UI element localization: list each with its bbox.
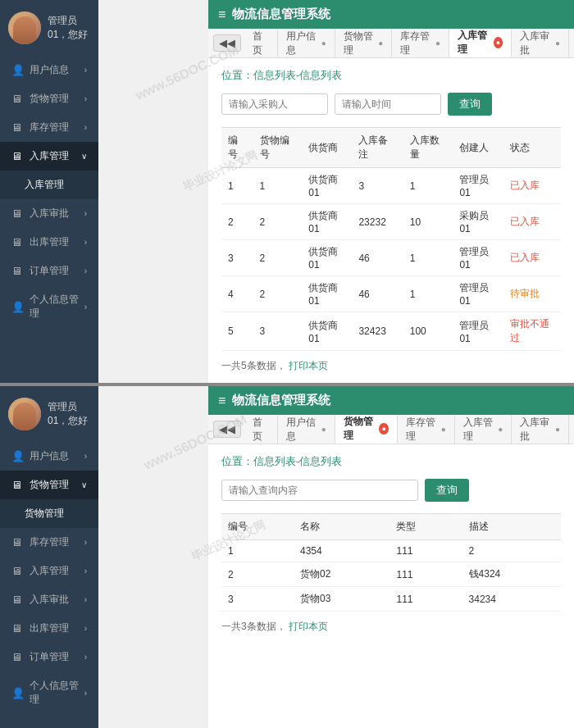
tab-close-icon-4[interactable]: ● bbox=[555, 39, 560, 48]
sidebar-item-personal-mgmt-1[interactable]: 👤 个人信息管理 › bbox=[0, 285, 98, 328]
tab-warehouseaudit-2[interactable]: 入库审批 ● bbox=[512, 415, 569, 444]
search-input-buyer[interactable] bbox=[221, 93, 328, 115]
nav-label: 入库审批 bbox=[30, 593, 69, 607]
sidebar-item-user-info-2[interactable]: 👤 用户信息 › bbox=[0, 442, 98, 471]
table-row[interactable]: 1 1 供货商01 3 1 管理员01 已入库 bbox=[221, 168, 561, 204]
nav-label: 入库管理 bbox=[30, 149, 69, 163]
sidebar-subitem-goods-2[interactable]: 货物管理 bbox=[0, 499, 98, 528]
sidebar-header-1: 管理员01，您好 bbox=[0, 0, 98, 52]
sidebar-item-warehouse-in-1[interactable]: 🖥 入库管理 ∨ bbox=[0, 142, 98, 171]
tab-home-1[interactable]: 首页 bbox=[244, 29, 278, 57]
print-link-2[interactable]: 打印本页 bbox=[289, 621, 328, 632]
search-input-content[interactable] bbox=[221, 480, 418, 501]
tab-userinfo-2[interactable]: 用户信息 ● bbox=[278, 415, 335, 444]
table-row[interactable]: 3 货物03 111 34234 bbox=[221, 587, 561, 612]
col-header-creator-1: 创建人 bbox=[453, 128, 503, 168]
table-header-row-2: 编号 名称 类型 描述 bbox=[221, 514, 561, 540]
query-button-1[interactable]: 查询 bbox=[448, 93, 492, 116]
sidebar-subitem-warehouse-in-1[interactable]: 入库管理 bbox=[0, 171, 98, 199]
chevron-icon-10: ∨ bbox=[81, 480, 87, 489]
sidebar-item-order-mgmt-2[interactable]: 🖥 订单管理 › bbox=[0, 643, 98, 671]
footer-info-1: 一共5条数据， 打印本页 bbox=[221, 359, 561, 373]
sidebar-item-out-mgmt-2[interactable]: 🖥 出库管理 › bbox=[0, 614, 98, 643]
tab-userinfo-1[interactable]: 用户信息 ● bbox=[278, 29, 335, 57]
sidebar-item-out-mgmt-1[interactable]: 🖥 出库管理 › bbox=[0, 228, 98, 257]
chevron-icon-15: › bbox=[84, 653, 87, 662]
table-row[interactable]: 3 2 供货商01 46 1 管理员01 已入库 bbox=[221, 240, 561, 276]
tab-close-icon-2[interactable]: ● bbox=[378, 39, 383, 48]
chevron-icon-4: ∨ bbox=[81, 152, 87, 161]
menu-icon-1: ≡ bbox=[218, 7, 226, 22]
sidebar-item-warehouse-audit-1[interactable]: 🖥 入库审批 › bbox=[0, 199, 98, 228]
chevron-icon-16: › bbox=[84, 689, 87, 698]
tab-back-btn-1[interactable]: ◀◀ bbox=[213, 34, 241, 52]
tab-warehouseaudit-1[interactable]: 入库审批 ● bbox=[512, 29, 569, 57]
tab-stockmgmt-2[interactable]: 库存管理 ● bbox=[398, 415, 455, 444]
sidebar-item-stock-mgmt-2[interactable]: 🖥 库存管理 › bbox=[0, 528, 98, 557]
sidebar-item-stock-mgmt-1[interactable]: 🖥 库存管理 › bbox=[0, 113, 98, 142]
nav-sub-goods-2: 货物管理 bbox=[0, 499, 98, 528]
tab-bar-2: ◀◀ 首页 用户信息 ● 货物管理 ● 库存管理 ● 入库管理 ● bbox=[208, 415, 574, 444]
print-link-1[interactable]: 打印本页 bbox=[289, 360, 328, 371]
search-input-time[interactable] bbox=[335, 93, 441, 115]
table-row[interactable]: 1 4354 111 2 bbox=[221, 540, 561, 562]
footer-info-2: 一共3条数据， 打印本页 bbox=[221, 620, 561, 634]
tab-close-icon-1[interactable]: ● bbox=[321, 39, 326, 48]
chevron-icon-1: › bbox=[84, 66, 87, 75]
chevron-icon-8: › bbox=[84, 303, 87, 312]
query-button-2[interactable]: 查询 bbox=[425, 479, 469, 502]
user-icon-3: 👤 bbox=[11, 450, 25, 462]
nav-label: 库存管理 bbox=[30, 535, 69, 549]
tab-back-btn-2[interactable]: ◀◀ bbox=[213, 421, 241, 438]
tab-warehousein-1[interactable]: 入库管理 ● bbox=[449, 29, 512, 57]
sidebar-1: 管理员01，您好 👤 用户信息 › 🖥 货物管理 › 🖥 库存管理 › bbox=[0, 0, 98, 383]
nav-label: 入库审批 bbox=[30, 207, 69, 221]
sidebar-item-warehouse-in-2[interactable]: 🖥 入库管理 › bbox=[0, 557, 98, 585]
chevron-icon-12: › bbox=[84, 566, 87, 576]
table-row[interactable]: 4 2 供货商01 46 1 管理员01 待审批 bbox=[221, 276, 561, 312]
chevron-icon-2: › bbox=[84, 94, 87, 103]
user-icon-1: 👤 bbox=[11, 64, 25, 76]
tab-goodsmgmt-2[interactable]: 货物管理 ● bbox=[335, 415, 398, 444]
panel-2: 管理员01，您好 👤 用户信息 › 🖥 货物管理 ∨ 货物管理 bbox=[0, 386, 574, 728]
tab-close-icon-6[interactable]: ● bbox=[441, 425, 446, 434]
sidebar-item-goods-mgmt-2[interactable]: 🖥 货物管理 ∨ bbox=[0, 471, 98, 499]
sidebar-item-warehouse-audit-2[interactable]: 🖥 入库审批 › bbox=[0, 585, 98, 614]
nav-2: 👤 用户信息 › 🖥 货物管理 ∨ 货物管理 🖥 库存管理 bbox=[0, 442, 98, 714]
tab-goodsmgmt-1[interactable]: 货物管理 ● bbox=[335, 29, 393, 57]
data-table-2: 编号 名称 类型 描述 1 4354 111 2 2 货物02 111 钱432… bbox=[221, 513, 561, 612]
nav-label: 库存管理 bbox=[30, 121, 69, 134]
tab-close-icon-5[interactable]: ● bbox=[321, 425, 326, 434]
avatar-1 bbox=[8, 11, 41, 44]
monitor-icon-6: 🖥 bbox=[11, 265, 25, 277]
tab-home-2[interactable]: 首页 bbox=[244, 415, 278, 444]
table-row[interactable]: 2 货物02 111 钱4324 bbox=[221, 562, 561, 587]
sidebar-item-order-mgmt-1[interactable]: 🖥 订单管理 › bbox=[0, 257, 98, 285]
greeting-text-2: 管理员01，您好 bbox=[48, 401, 88, 426]
nav-label: 出库管理 bbox=[30, 235, 69, 249]
tab-close-icon-8[interactable]: ● bbox=[555, 425, 560, 434]
user-icon-2: 👤 bbox=[11, 301, 25, 313]
sidebar-item-goods-mgmt-1[interactable]: 🖥 货物管理 › bbox=[0, 84, 98, 113]
tab-close-icon-3[interactable]: ● bbox=[435, 39, 440, 48]
nav-1: 👤 用户信息 › 🖥 货物管理 › 🖥 库存管理 › 🖥 入库管理 bbox=[0, 56, 98, 328]
tab-stockmgmt-1[interactable]: 库存管理 ● bbox=[392, 29, 449, 57]
sidebar-item-user-info-1[interactable]: 👤 用户信息 › bbox=[0, 56, 98, 84]
monitor-icon-10: 🖥 bbox=[11, 594, 25, 606]
chevron-icon-9: › bbox=[84, 452, 87, 461]
tab-bar-1: ◀◀ 首页 用户信息 ● 货物管理 ● 库存管理 ● 入库管理 ● bbox=[208, 29, 574, 58]
monitor-icon-7: 🖥 bbox=[11, 479, 25, 491]
col-header-goodsno-1: 货物编号 bbox=[253, 128, 303, 168]
tab-warehousein-2[interactable]: 入库管理 ● bbox=[455, 415, 512, 444]
admin-greeting-2: 管理员01，您好 bbox=[48, 400, 90, 428]
nav-label: 个人信息管理 bbox=[30, 293, 84, 321]
tab-close-icon-7[interactable]: ● bbox=[498, 425, 503, 434]
col-header-remark-1: 入库备注 bbox=[352, 128, 403, 168]
chevron-icon-7: › bbox=[84, 266, 87, 275]
sidebar-item-personal-mgmt-2[interactable]: 👤 个人信息管理 › bbox=[0, 671, 98, 714]
user-icon-4: 👤 bbox=[11, 687, 25, 699]
avatar-image-1 bbox=[8, 11, 41, 44]
tab-badge-2: ● bbox=[379, 423, 389, 435]
table-row[interactable]: 2 2 供货商01 23232 10 采购员01 已入库 bbox=[221, 204, 561, 240]
table-row[interactable]: 5 3 供货商01 32423 100 管理员01 审批不通过 bbox=[221, 312, 561, 351]
